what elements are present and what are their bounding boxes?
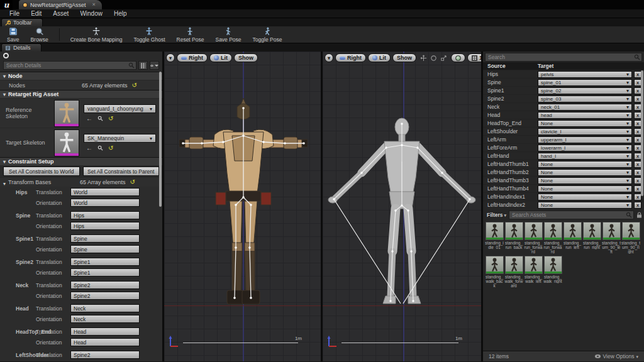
target-bone-dropdown[interactable]: None [538, 161, 632, 168]
filters-button[interactable]: Filters [485, 212, 506, 218]
translation-basis-field[interactable]: Spine2 [70, 281, 140, 289]
orientation-basis-field[interactable]: Spine [70, 245, 140, 253]
source-viewport[interactable]: Right Lit Show 1m [164, 52, 321, 361]
target-bone-dropdown[interactable]: hand_l [538, 153, 632, 160]
asset-item[interactable]: standing_turn_90_right [621, 222, 640, 254]
target-bone-dropdown[interactable]: None [538, 194, 632, 200]
target-bone-dropdown[interactable]: None [538, 177, 632, 184]
reference-skeleton-thumbnail[interactable] [54, 100, 79, 127]
grid-snap-button[interactable]: 10 [467, 53, 481, 62]
orientation-basis-field[interactable]: Head [70, 338, 140, 346]
toggle-ghost-button[interactable]: Toggle Ghost [128, 26, 170, 43]
browse-button[interactable]: Browse [25, 26, 53, 43]
reset-to-default-icon[interactable] [108, 116, 113, 122]
translate-tool-icon[interactable] [420, 55, 427, 62]
target-bone-dropdown[interactable]: spine_02 [538, 87, 632, 94]
set-constraints-world-button[interactable]: Set All Constraints to World [3, 167, 80, 176]
target-bone-dropdown[interactable]: spine_01 [538, 79, 632, 86]
menu-item-asset[interactable]: Asset [47, 10, 74, 17]
target-skeleton-thumbnail[interactable] [54, 129, 79, 156]
show-menu-button[interactable]: Show [234, 53, 258, 62]
target-bone-dropdown[interactable]: pelvis [538, 71, 632, 78]
details-scrollbar[interactable] [159, 72, 162, 207]
toggle-pose-button[interactable]: Toggle Pose [247, 26, 288, 43]
save-button[interactable]: Save [1, 26, 25, 43]
target-bone-dropdown[interactable]: None [538, 185, 632, 192]
asset-item[interactable]: standing_run_forward [524, 222, 543, 254]
camera-mode-button[interactable]: Right [335, 53, 366, 62]
target-bone-dropdown[interactable]: None [538, 120, 632, 127]
target-viewport[interactable]: Right Lit Show 10 10° [323, 52, 481, 361]
reset-to-default-icon[interactable] [132, 82, 137, 89]
translation-basis-field[interactable]: Head [70, 327, 140, 336]
browse-to-asset-icon[interactable] [97, 145, 103, 151]
viewport-menu-dropdown[interactable] [325, 53, 333, 62]
view-mode-button[interactable]: Lit [368, 53, 391, 62]
set-constraints-parent-button[interactable]: Set All Constraints to Parent [83, 167, 160, 176]
target-bone-dropdown[interactable]: None [538, 202, 632, 209]
search-assets-input[interactable] [509, 211, 634, 219]
orientation-basis-field[interactable]: Spine2 [70, 292, 140, 300]
target-bone-dropdown[interactable]: None [538, 169, 632, 176]
translation-basis-field[interactable]: Spine1 [70, 258, 140, 266]
details-tab[interactable]: Details [1, 43, 42, 52]
source-character-vanguard[interactable] [179, 98, 308, 309]
asset-item[interactable]: standing_turn_90_left [602, 222, 621, 254]
asset-item[interactable]: standing_walk_right [543, 256, 562, 288]
target-skeleton-dropdown[interactable]: SK_Mannequin [84, 134, 156, 143]
reference-skeleton-dropdown[interactable]: vanguard_t_choonyung [84, 104, 156, 113]
orientation-basis-field[interactable]: Spine1 [70, 268, 140, 277]
mapping-scrollbar[interactable] [641, 70, 643, 196]
menu-item-file[interactable]: File [4, 10, 25, 17]
orientation-basis-field[interactable]: Neck [70, 315, 140, 323]
asset-item[interactable]: standing_run_forward [543, 222, 562, 254]
menu-item-help[interactable]: Help [108, 10, 133, 17]
asset-item[interactable]: standing_run_back [504, 222, 523, 254]
use-selected-icon[interactable] [86, 116, 92, 122]
rig-section-header[interactable]: Retarget Rig Asset [0, 90, 162, 98]
browse-to-asset-icon[interactable] [97, 116, 103, 121]
translation-basis-field[interactable]: Neck [70, 304, 140, 312]
target-character-mannequin[interactable] [325, 118, 481, 312]
target-bone-dropdown[interactable]: clavicle_l [538, 128, 632, 135]
menu-item-window[interactable]: Window [74, 10, 108, 17]
reset-to-default-icon[interactable] [108, 145, 113, 151]
mapping-search-input[interactable] [485, 53, 642, 62]
asset-item[interactable]: standing_idle_01 [485, 222, 504, 254]
unreal-logo[interactable]: u [0, 0, 13, 9]
target-bone-dropdown[interactable]: neck_01 [538, 104, 632, 111]
reset-to-default-icon[interactable] [130, 179, 135, 185]
camera-mode-button[interactable]: Right [177, 53, 208, 62]
use-selected-icon[interactable] [86, 145, 92, 151]
asset-item[interactable]: standing_walk_forward [504, 256, 523, 288]
search-details-input[interactable] [3, 61, 136, 70]
view-options-button[interactable]: View Options [594, 353, 638, 359]
rotate-tool-icon[interactable] [430, 55, 437, 62]
close-icon[interactable] [92, 2, 96, 8]
reset-pose-button[interactable]: Reset Pose [171, 26, 210, 43]
constraint-section-header[interactable]: Constraint Setup [0, 157, 162, 165]
column-toggle-button[interactable] [138, 61, 148, 70]
target-bone-dropdown[interactable]: spine_03 [538, 96, 632, 102]
target-bone-dropdown[interactable]: head [538, 112, 632, 119]
orientation-basis-field[interactable]: Hips [70, 222, 140, 230]
clear-mapping-button[interactable]: x [634, 202, 641, 209]
toolbar-tab[interactable]: Toolbar [1, 18, 43, 26]
show-menu-button[interactable]: Show [392, 53, 416, 62]
node-section-header[interactable]: Node [0, 72, 162, 80]
lock-button[interactable] [636, 209, 642, 221]
translation-basis-field[interactable]: World [70, 188, 140, 196]
asset-item[interactable]: standing_run_right [582, 222, 601, 254]
scale-tool-icon[interactable] [440, 55, 447, 62]
coordinate-system-button[interactable] [451, 53, 465, 62]
orientation-basis-field[interactable]: World [70, 199, 140, 207]
menu-item-edit[interactable]: Edit [25, 10, 47, 17]
save-pose-button[interactable]: Save Pose [209, 26, 247, 43]
target-bone-dropdown[interactable]: lowerarm_l [538, 145, 632, 151]
asset-item[interactable]: standing_walk_left [524, 256, 543, 288]
view-mode-button[interactable]: Lit [209, 53, 232, 62]
create-bone-mapping-button[interactable]: Create Bone Mapping [65, 26, 128, 43]
asset-item[interactable]: standing_walk_back [485, 256, 504, 288]
translation-basis-field[interactable]: Spine2 [70, 351, 140, 359]
asset-document-tab[interactable]: NewRetargetRigAsset [19, 0, 102, 9]
